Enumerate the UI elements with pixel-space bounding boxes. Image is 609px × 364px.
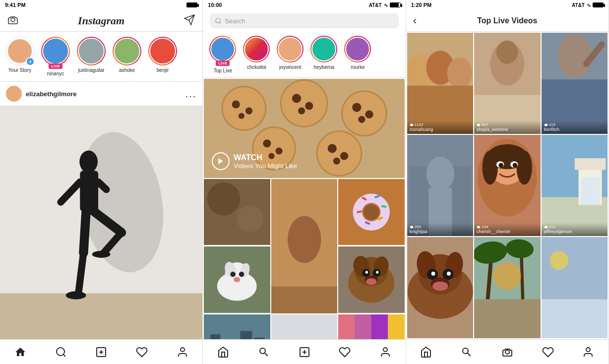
- story-label-joy: joyvincent: [279, 64, 301, 70]
- battery-fill-2: [390, 3, 399, 7]
- svg-point-31: [305, 102, 313, 110]
- story-avatar-joy: [277, 36, 304, 62]
- explore-cell-8[interactable]: [338, 314, 404, 339]
- explore-cell-7[interactable]: [271, 314, 337, 339]
- svg-point-44: [318, 132, 361, 175]
- nav-heart-2[interactable]: [324, 346, 365, 358]
- explore-cell-2[interactable]: [271, 179, 337, 313]
- live-cell-5[interactable]: 234 cherish__cherish: [474, 135, 540, 236]
- live-viewers-3: 315: [544, 122, 605, 127]
- live-badge-toplive: LIVE: [216, 61, 230, 66]
- live-cell-9[interactable]: [542, 237, 608, 338]
- status-time-2: 10:00: [208, 2, 222, 8]
- live-viewers-4: 259: [410, 225, 471, 229]
- story-inner-rourke: [345, 37, 370, 61]
- live-overlay-5: 234 cherish__cherish: [474, 223, 540, 236]
- live-cell-6-img: [542, 135, 608, 236]
- live-cell-8[interactable]: [474, 237, 540, 338]
- explore-cell-2-img: [271, 179, 337, 313]
- viewer-count-2: 507: [482, 122, 488, 127]
- explore-featured-image[interactable]: WATCH Videos You Might Like: [204, 79, 404, 178]
- svg-point-138: [546, 227, 547, 228]
- live-cell-8-img: [474, 237, 540, 338]
- live-cell-9-img: [542, 237, 608, 338]
- live-viewers-6: 211: [544, 225, 605, 229]
- story-rourke[interactable]: rourke: [343, 36, 372, 73]
- nav-profile-2[interactable]: [365, 346, 406, 358]
- screen-feed: 9:41 PM Instagram + Your S: [0, 0, 203, 364]
- svg-point-0: [11, 18, 15, 22]
- story-avatar-benjir: [148, 37, 177, 65]
- story-justina[interactable]: justinaguilar: [76, 37, 106, 76]
- explore-cell-3[interactable]: [338, 179, 404, 245]
- live-cell-2[interactable]: 507 shayla_extreme: [474, 33, 540, 134]
- nav-home-2[interactable]: [203, 346, 244, 358]
- eye-icon-6: [544, 225, 548, 229]
- nav-camera-3[interactable]: [487, 346, 528, 358]
- story-joy[interactable]: joyvincent: [275, 36, 305, 73]
- story-ashoke[interactable]: ashoke: [112, 37, 142, 76]
- story-top-live[interactable]: LIVE Top Live: [208, 36, 238, 73]
- nav-home-3[interactable]: [406, 346, 447, 358]
- svg-point-35: [353, 103, 362, 112]
- bottom-nav-1: [0, 339, 202, 364]
- live-cell-4[interactable]: 259 knightjaa: [407, 135, 473, 236]
- story-benjir[interactable]: benjir: [148, 37, 178, 76]
- live-cell-3[interactable]: 315 benfitch: [542, 33, 608, 134]
- svg-point-160: [505, 350, 509, 354]
- explore-cell-4[interactable]: [204, 246, 270, 312]
- post-more-button[interactable]: ...: [185, 88, 197, 100]
- live-cell-6[interactable]: 211 jeffreydgerson: [542, 135, 608, 236]
- story-your-story[interactable]: + Your Story: [5, 37, 35, 76]
- nav-search-2[interactable]: [244, 346, 284, 358]
- svg-point-147: [447, 272, 451, 276]
- explore-cell-1[interactable]: [204, 179, 270, 245]
- story-chc[interactable]: chckoitoi: [242, 36, 271, 73]
- story-label-nina: ninanyc: [47, 71, 64, 76]
- nav-home-1[interactable]: [0, 346, 41, 358]
- svg-rect-95: [371, 314, 388, 339]
- nav-search-1[interactable]: [41, 346, 81, 358]
- post-image-content: [0, 106, 202, 339]
- viewer-count-1: 1102: [415, 122, 424, 127]
- svg-point-29: [282, 81, 327, 126]
- svg-point-36: [365, 111, 373, 119]
- svg-point-132: [478, 227, 479, 228]
- explore-cell-5[interactable]: [338, 246, 404, 312]
- story-hey[interactable]: heyberna: [309, 36, 339, 73]
- svg-point-121: [411, 227, 412, 228]
- status-time-3: 1:20 PM: [411, 2, 432, 8]
- live-cell-1[interactable]: 1102 monahuang: [407, 33, 473, 134]
- nav-heart-3[interactable]: [528, 346, 568, 358]
- send-icon[interactable]: [183, 14, 195, 28]
- live-username-5: cherish__cherish: [477, 229, 538, 234]
- svg-point-130: [499, 163, 503, 167]
- watch-play-button[interactable]: [212, 152, 230, 170]
- svg-point-73: [234, 277, 240, 283]
- live-username-6: jeffreydgerson: [544, 229, 605, 234]
- nav-search-3[interactable]: [446, 346, 487, 358]
- svg-rect-93: [338, 314, 355, 339]
- svg-point-19: [181, 348, 184, 352]
- search-input-wrap[interactable]: Search: [210, 13, 398, 28]
- nav-heart-1[interactable]: [122, 346, 162, 358]
- post-header: elizabethgilmore ...: [0, 82, 202, 106]
- status-right-2: AT&T ∿: [369, 2, 401, 8]
- battery-icon-2: [390, 2, 401, 7]
- play-icon: [217, 157, 225, 165]
- nav-profile-3[interactable]: [568, 346, 609, 358]
- svg-point-84: [366, 278, 376, 285]
- nav-add-2[interactable]: [284, 346, 325, 358]
- svg-point-59: [364, 204, 379, 220]
- explore-cell-6[interactable]: [204, 314, 270, 339]
- explore-cell-7-img: [271, 314, 337, 339]
- eye-icon-2: [477, 123, 481, 127]
- story-ninanyc[interactable]: LIVE ninanyc: [41, 37, 70, 76]
- back-button[interactable]: ‹: [413, 14, 417, 27]
- nav-add-1[interactable]: [81, 346, 122, 358]
- live-cell-7[interactable]: [407, 237, 473, 338]
- camera-header-icon[interactable]: [7, 14, 19, 28]
- svg-point-81: [365, 271, 368, 274]
- nav-profile-1[interactable]: [162, 346, 203, 358]
- status-right-3: AT&T ∿: [572, 2, 604, 8]
